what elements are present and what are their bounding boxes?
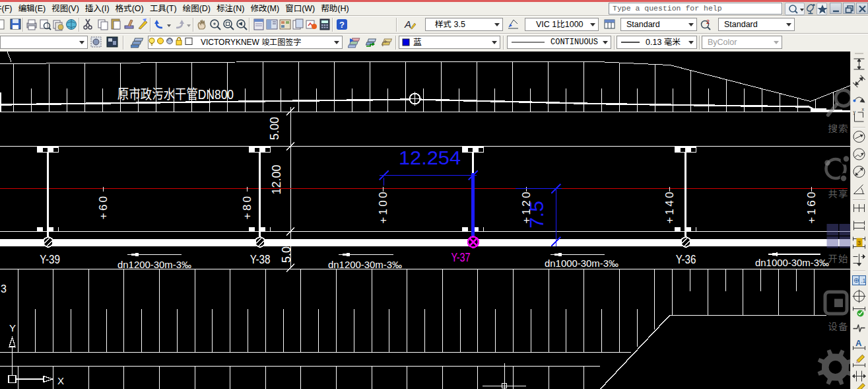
svg-text:dn1000-30m-3‰: dn1000-30m-3‰ — [755, 257, 829, 268]
svg-text:A: A — [855, 338, 862, 348]
svg-text:Y-37: Y-37 — [451, 250, 470, 264]
svg-text:开始: 开始 — [828, 254, 849, 264]
svg-text:2: 2 — [706, 18, 710, 25]
svg-text:12.00: 12.00 — [270, 164, 283, 194]
svg-text:原市政污水干管DN800: 原市政污水干管DN800 — [117, 87, 234, 102]
svg-text:3: 3 — [1, 283, 7, 295]
svg-text:7.5: 7.5 — [525, 201, 547, 229]
svg-text:?: ? — [339, 20, 345, 30]
svg-text:A: A — [404, 18, 411, 30]
svg-text:12.254: 12.254 — [399, 147, 461, 168]
svg-text:+60: +60 — [97, 194, 110, 219]
svg-text:X: X — [57, 375, 64, 386]
svg-text:dn1200-30m-3‰: dn1200-30m-3‰ — [117, 259, 191, 270]
svg-text:+140: +140 — [663, 190, 676, 223]
svg-text:+80: +80 — [241, 194, 253, 219]
svg-text:搜索: 搜索 — [828, 124, 849, 134]
svg-text:⊕: ⊕ — [853, 277, 859, 284]
svg-text:Y: Y — [9, 322, 16, 334]
svg-text:+100: +100 — [377, 190, 389, 223]
svg-text:Y-36: Y-36 — [676, 252, 696, 266]
svg-text:设备: 设备 — [828, 322, 849, 332]
svg-text:Y-39: Y-39 — [40, 252, 60, 266]
svg-text:dn1000-30m-3‰: dn1000-30m-3‰ — [545, 258, 618, 269]
svg-text:y: y — [853, 110, 856, 115]
svg-text:3: 3 — [857, 240, 861, 246]
svg-text:+160: +160 — [805, 190, 818, 223]
svg-text:x: x — [862, 107, 865, 112]
svg-text:Y-38: Y-38 — [250, 252, 271, 266]
svg-text:5.00: 5.00 — [268, 117, 281, 140]
svg-text:dn1200-30m-3‰: dn1200-30m-3‰ — [328, 259, 402, 270]
svg-text:.1: .1 — [861, 277, 866, 284]
svg-text:共享: 共享 — [828, 189, 849, 199]
